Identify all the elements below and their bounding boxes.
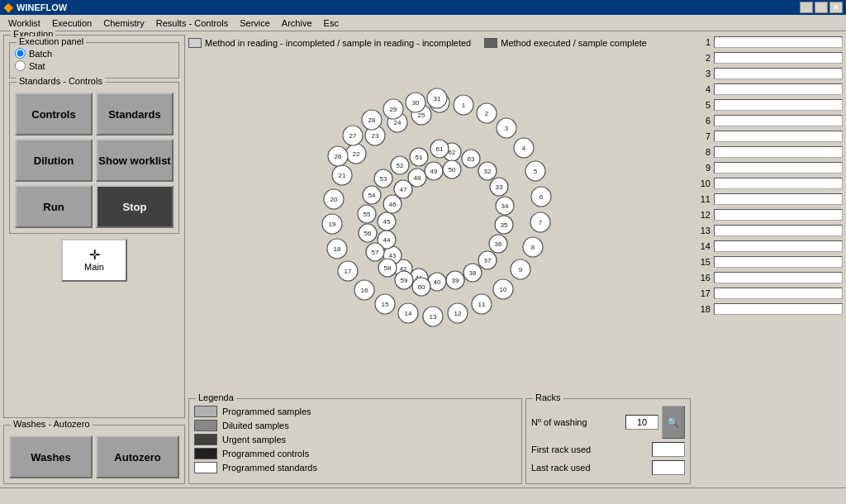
batch-radio[interactable] bbox=[15, 48, 26, 59]
svg-text:48: 48 bbox=[414, 174, 421, 182]
stat-radio[interactable] bbox=[15, 60, 26, 71]
svg-text:33: 33 bbox=[496, 183, 503, 191]
left-panel: Execution Execution panel Batch Stat Sta… bbox=[3, 35, 185, 484]
top-legend: Method in reading - incompleted / sample… bbox=[188, 35, 691, 51]
svg-text:60: 60 bbox=[418, 283, 425, 291]
close-button[interactable]: ✕ bbox=[829, 2, 843, 13]
minimize-button[interactable]: _ bbox=[800, 2, 813, 13]
row-num-13: 13 bbox=[694, 226, 711, 235]
svg-text:29: 29 bbox=[390, 106, 397, 113]
standards-button[interactable]: Standards bbox=[96, 93, 173, 136]
row-num-14: 14 bbox=[694, 241, 711, 251]
svg-text:40: 40 bbox=[434, 278, 441, 286]
svg-text:12: 12 bbox=[454, 310, 462, 317]
svg-text:53: 53 bbox=[380, 175, 387, 183]
svg-text:58: 58 bbox=[384, 264, 392, 272]
numbered-row-4: 4 bbox=[694, 82, 843, 97]
svg-text:3: 3 bbox=[505, 125, 509, 132]
racks-group: Racks Nº of washing 🔍 First rack used La… bbox=[525, 398, 691, 484]
svg-text:13: 13 bbox=[430, 313, 437, 321]
execution-panel-title: Execution panel bbox=[17, 36, 86, 46]
washes-button[interactable]: Washes bbox=[9, 435, 93, 478]
svg-text:62: 62 bbox=[449, 149, 456, 156]
main-button[interactable]: ✛ Main bbox=[61, 239, 127, 282]
menu-bar: Worklist Execution Chemistry Results - C… bbox=[0, 15, 846, 31]
dilution-button[interactable]: Dilution bbox=[15, 139, 93, 182]
controls-button[interactable]: Controls bbox=[15, 93, 93, 136]
svg-text:14: 14 bbox=[405, 310, 412, 317]
numbered-row-8: 8 bbox=[694, 145, 843, 159]
svg-text:44: 44 bbox=[383, 236, 391, 244]
row-bar-5 bbox=[714, 99, 843, 111]
svg-text:56: 56 bbox=[364, 230, 372, 237]
washes-autozero-group: Washes - Autozero Washes Autozero bbox=[3, 425, 185, 484]
numbered-row-2: 2 bbox=[694, 50, 843, 65]
numbered-row-17: 17 bbox=[694, 286, 843, 301]
legenda-group: Legenda Programmed samples Diluited samp… bbox=[188, 398, 522, 484]
app-icon: 🔶 bbox=[3, 3, 13, 12]
legend-label-1: Diluited samples bbox=[222, 421, 289, 430]
row-num-9: 9 bbox=[694, 163, 711, 173]
svg-text:32: 32 bbox=[484, 168, 492, 175]
svg-text:16: 16 bbox=[361, 287, 368, 294]
menu-chemistry[interactable]: Chemistry bbox=[98, 17, 150, 30]
svg-text:23: 23 bbox=[372, 132, 379, 140]
menu-execution[interactable]: Execution bbox=[47, 17, 97, 30]
svg-text:36: 36 bbox=[495, 240, 502, 248]
legend-label-4: Programmed standards bbox=[222, 463, 317, 473]
bottom-panels: Legenda Programmed samples Diluited samp… bbox=[188, 398, 691, 484]
row-bar-18 bbox=[714, 303, 843, 315]
legend-row-1: Diluited samples bbox=[194, 420, 516, 431]
svg-text:34: 34 bbox=[501, 202, 509, 210]
menu-archive[interactable]: Archive bbox=[277, 17, 317, 30]
show-worklist-button[interactable]: Show worklist bbox=[96, 139, 173, 182]
stop-button[interactable]: Stop bbox=[96, 185, 173, 228]
row-num-2: 2 bbox=[694, 53, 711, 63]
legend-executed: Method executed / sample complete bbox=[484, 38, 647, 48]
row-bar-14 bbox=[714, 240, 843, 252]
svg-text:47: 47 bbox=[400, 186, 407, 193]
no-washing-input[interactable] bbox=[625, 415, 658, 430]
autozero-button[interactable]: Autozero bbox=[96, 435, 179, 478]
row-bar-15 bbox=[714, 256, 843, 268]
maximize-button[interactable]: □ bbox=[815, 2, 828, 13]
svg-text:51: 51 bbox=[416, 154, 423, 161]
last-rack-input[interactable] bbox=[652, 460, 685, 475]
numbered-row-14: 14 bbox=[694, 239, 843, 254]
svg-text:10: 10 bbox=[500, 286, 507, 293]
run-button[interactable]: Run bbox=[15, 185, 93, 228]
execution-group: Execution Execution panel Batch Stat Sta… bbox=[3, 35, 185, 418]
legend-label-2: Urgent samples bbox=[222, 435, 286, 445]
svg-text:17: 17 bbox=[345, 268, 352, 275]
menu-results-controls[interactable]: Results - Controls bbox=[151, 17, 233, 30]
svg-text:52: 52 bbox=[397, 162, 404, 169]
svg-text:7: 7 bbox=[539, 219, 543, 226]
menu-service[interactable]: Service bbox=[235, 17, 275, 30]
right-panel: 123456789101112131415161718 bbox=[694, 35, 843, 484]
no-washing-label: Nº of washing bbox=[531, 417, 622, 427]
center-panel: Method in reading - incompleted / sample… bbox=[188, 35, 691, 484]
svg-text:63: 63 bbox=[468, 155, 475, 163]
svg-text:21: 21 bbox=[339, 172, 346, 179]
menu-esc[interactable]: Esc bbox=[319, 17, 344, 30]
first-rack-input[interactable] bbox=[652, 442, 685, 457]
row-bar-1 bbox=[714, 36, 843, 48]
svg-text:2: 2 bbox=[485, 110, 489, 117]
row-bar-9 bbox=[714, 162, 843, 174]
washing-search-btn[interactable]: 🔍 bbox=[662, 406, 685, 439]
row-bar-7 bbox=[714, 131, 843, 142]
row-num-17: 17 bbox=[694, 288, 711, 298]
batch-label: Batch bbox=[29, 49, 52, 59]
numbered-row-3: 3 bbox=[694, 66, 843, 81]
legend-incompleted-box bbox=[188, 38, 202, 48]
menu-worklist[interactable]: Worklist bbox=[3, 17, 45, 30]
legend-color-0 bbox=[194, 406, 217, 417]
row-num-8: 8 bbox=[694, 147, 711, 157]
row-num-3: 3 bbox=[694, 69, 711, 78]
svg-text:46: 46 bbox=[389, 201, 397, 208]
svg-text:1: 1 bbox=[462, 102, 466, 109]
svg-text:22: 22 bbox=[353, 150, 360, 158]
svg-text:55: 55 bbox=[364, 211, 371, 218]
svg-text:49: 49 bbox=[430, 168, 438, 175]
app-title: WINEFLOW bbox=[17, 2, 800, 12]
